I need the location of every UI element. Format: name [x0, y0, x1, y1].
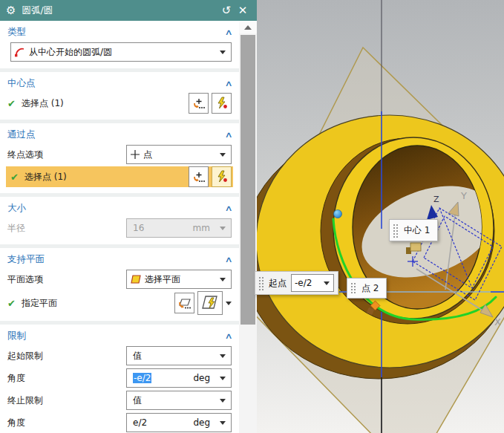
- point-dialog-button[interactable]: [189, 93, 209, 114]
- close-icon[interactable]: ✕: [235, 4, 251, 17]
- section-type: 类型 ∧ 从中心开始的圆弧/圆: [0, 21, 239, 72]
- dialog-titlebar[interactable]: ⚙ 圆弧/圆 ↺ ✕: [0, 0, 257, 21]
- end-angle-unit: deg: [193, 417, 217, 428]
- start-angle-unit: deg: [193, 373, 217, 383]
- start-angle-value[interactable]: -e/2: [133, 373, 151, 383]
- point-dialog-button[interactable]: [189, 166, 209, 187]
- radius-value: 16: [130, 223, 193, 233]
- graphics-viewport[interactable]: X Y Z 起点: [257, 0, 504, 433]
- check-icon: ✔: [10, 172, 19, 183]
- plane-inferred-button[interactable]: [197, 291, 223, 315]
- y-axis-label: Y: [460, 190, 467, 201]
- section-center-point-header[interactable]: 中心点 ∧: [0, 75, 239, 91]
- chevron-down-icon: [220, 153, 226, 157]
- type-row: 从中心开始的圆弧/圆: [0, 42, 239, 62]
- point2-tag-text: 点 2: [361, 282, 379, 295]
- start-limit-row: 起始限制 值: [0, 345, 239, 366]
- type-dropdown-value: 从中心开始的圆弧/圆: [26, 46, 217, 59]
- chevron-up-icon[interactable]: ∧: [224, 79, 232, 88]
- end-limit-dropdown[interactable]: 值: [126, 391, 232, 410]
- center-point-tag[interactable]: 中心 1: [389, 219, 438, 241]
- dialog-body: 类型 ∧ 从中心开始的圆弧/圆 中心点: [0, 21, 239, 433]
- radius-unit: mm: [193, 223, 217, 233]
- arc-circle-dialog: ⚙ 圆弧/圆 ↺ ✕ 类型 ∧ 从中心开始的圆弧/圆: [0, 0, 257, 433]
- center-select-point-label: 选择点 (1): [22, 97, 186, 110]
- chevron-down-icon[interactable]: [226, 302, 232, 305]
- plane-option-label: 平面选项: [7, 273, 126, 286]
- chevron-up-icon[interactable]: ∧: [224, 331, 232, 341]
- x-axis-label: X: [494, 316, 501, 328]
- check-icon: ✔: [7, 98, 16, 109]
- drag-handle-icon[interactable]: [258, 276, 264, 290]
- chevron-down-icon: [220, 377, 226, 380]
- point-dialog-icon: [192, 170, 206, 183]
- start-limit-dropdown[interactable]: 值: [126, 346, 232, 365]
- point2-tag[interactable]: 点 2: [347, 278, 387, 299]
- section-through-point-title: 通过点: [7, 128, 226, 141]
- end-limit-row: 终止限制 值: [0, 390, 239, 411]
- section-through-point: 通过点 ∧ 终点选项 点 ✔ 选择点 (1): [0, 123, 239, 197]
- start-limit-label: 起始限制: [7, 350, 126, 362]
- snap-point-button[interactable]: [212, 166, 232, 187]
- lightning-icon: [215, 170, 229, 183]
- end-angle-value[interactable]: e/2: [130, 417, 193, 428]
- start-point-marker[interactable]: [334, 210, 342, 218]
- plane-dialog-button[interactable]: [174, 293, 194, 313]
- section-support-plane-header[interactable]: 支持平面 ∧: [0, 251, 239, 267]
- start-angle-onscreen-value[interactable]: -e/2: [295, 278, 321, 288]
- reset-icon[interactable]: ↺: [218, 4, 235, 17]
- endpoint-option-row: 终点选项 点: [0, 144, 239, 165]
- panel-scrollbar[interactable]: [239, 21, 257, 433]
- section-through-point-header[interactable]: 通过点 ∧: [0, 126, 239, 143]
- snap-point-button[interactable]: [212, 93, 232, 114]
- specify-plane-label: 指定平面: [22, 297, 171, 310]
- endpoint-option-dropdown[interactable]: 点: [126, 145, 232, 164]
- chevron-down-icon: [220, 51, 226, 54]
- radius-label: 半径: [7, 222, 126, 235]
- plane-option-dropdown[interactable]: 选择平面: [126, 270, 232, 289]
- chevron-down-icon[interactable]: [324, 281, 330, 285]
- end-angle-label: 角度: [7, 417, 126, 429]
- check-icon: ✔: [7, 298, 16, 309]
- drag-handle-icon[interactable]: [350, 281, 356, 295]
- scene-3d: X Y Z: [257, 0, 504, 433]
- drag-handle-icon[interactable]: [392, 223, 399, 238]
- chevron-up-icon[interactable]: ∧: [224, 204, 232, 213]
- origin-handle-box[interactable]: [410, 243, 421, 251]
- section-support-plane: 支持平面 ∧ 平面选项 选择平面 ✔ 指定平面: [0, 248, 239, 325]
- start-angle-onscreen-label: 起点: [269, 277, 287, 290]
- plane-option-row: 平面选项 选择平面: [0, 269, 239, 290]
- specify-plane-row: ✔ 指定平面: [0, 291, 239, 315]
- through-select-point-label: 选择点 (1): [24, 171, 186, 183]
- type-dropdown[interactable]: 从中心开始的圆弧/圆: [10, 42, 232, 62]
- section-limits: 限制 ∧ 起始限制 值 角度 -e/2 deg: [0, 325, 239, 433]
- chevron-down-icon: [220, 354, 226, 358]
- section-type-header[interactable]: 类型 ∧: [0, 24, 239, 40]
- section-center-point-title: 中心点: [7, 77, 226, 90]
- section-size-title: 大小: [7, 202, 226, 215]
- end-angle-field[interactable]: e/2 deg: [126, 413, 232, 432]
- scrollbar-thumb[interactable]: [240, 35, 255, 325]
- chevron-down-icon: [220, 227, 226, 230]
- point-dialog-icon: [192, 97, 206, 110]
- start-angle-label: 角度: [7, 372, 126, 385]
- through-select-point-row[interactable]: ✔ 选择点 (1): [6, 166, 233, 187]
- scrollbar-up-icon[interactable]: [239, 21, 257, 33]
- section-limits-header[interactable]: 限制 ∧: [0, 328, 239, 344]
- endpoint-option-value: 点: [140, 149, 217, 161]
- start-angle-field[interactable]: -e/2 deg: [126, 368, 232, 388]
- start-angle-onscreen-input[interactable]: 起点 -e/2: [255, 271, 338, 295]
- chevron-down-icon: [220, 421, 226, 425]
- chevron-up-icon[interactable]: ∧: [224, 27, 232, 37]
- end-angle-row: 角度 e/2 deg: [0, 412, 239, 433]
- chevron-up-icon[interactable]: ∧: [224, 255, 232, 264]
- chevron-down-icon: [220, 278, 226, 281]
- center-point-tag-text: 中心 1: [404, 224, 430, 237]
- section-size-header[interactable]: 大小 ∧: [0, 200, 239, 216]
- section-size: 大小 ∧ 半径 16 mm: [0, 197, 239, 248]
- gear-icon[interactable]: ⚙: [6, 4, 16, 17]
- plane-lightning-icon: [201, 294, 219, 312]
- chevron-up-icon[interactable]: ∧: [224, 130, 232, 140]
- start-angle-onscreen-field[interactable]: -e/2: [291, 274, 334, 292]
- start-limit-value: 值: [130, 350, 217, 362]
